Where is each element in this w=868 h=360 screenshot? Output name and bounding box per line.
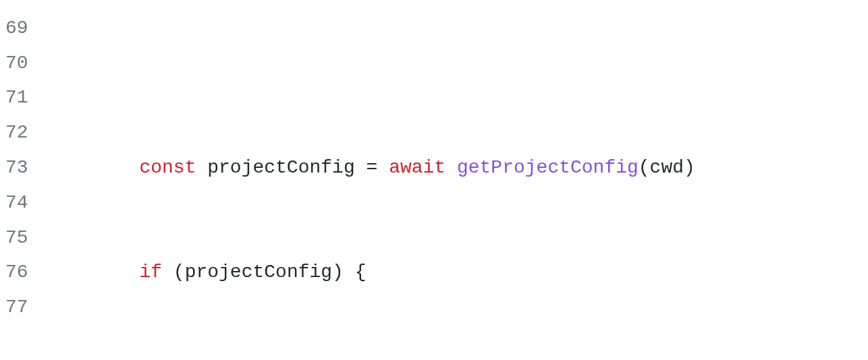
line-number: 74 [5, 185, 27, 220]
identifier: cwd [650, 157, 684, 178]
line-number: 68 [5, 0, 27, 11]
line-number: 73 [5, 150, 27, 185]
line-number: 69 [5, 11, 27, 46]
code-line [49, 46, 695, 81]
code-line: if (projectConfig) { [49, 255, 695, 290]
code-line: const projectConfig = await getProjectCo… [49, 150, 695, 185]
code-editor[interactable]: 68 69 70 71 72 73 74 75 76 77 const proj… [0, 0, 868, 360]
line-number-gutter: 68 69 70 71 72 73 74 75 76 77 [5, 0, 49, 360]
paren-open: ( [639, 157, 650, 178]
indent [49, 157, 139, 178]
keyword-const: const [139, 157, 196, 178]
identifier: projectConfig [185, 262, 332, 282]
keyword-await: await [389, 157, 445, 178]
line-number: 72 [5, 115, 27, 150]
line-number: 71 [5, 80, 27, 115]
line-number: 77 [5, 290, 27, 325]
line-number: 70 [5, 46, 27, 81]
paren-open: ( [173, 262, 185, 282]
line-number: 76 [5, 255, 27, 290]
paren-close: ) [684, 157, 695, 178]
code-content[interactable]: const projectConfig = await getProjectCo… [49, 0, 695, 360]
function-call: getProjectConfig [457, 157, 639, 178]
identifier: projectConfig [207, 157, 354, 178]
brace-open: { [355, 262, 367, 282]
operator-equals: = [367, 157, 378, 178]
keyword-if: if [139, 262, 162, 282]
paren-close: ) [332, 262, 344, 282]
indent [49, 262, 139, 282]
line-number: 75 [5, 220, 27, 256]
